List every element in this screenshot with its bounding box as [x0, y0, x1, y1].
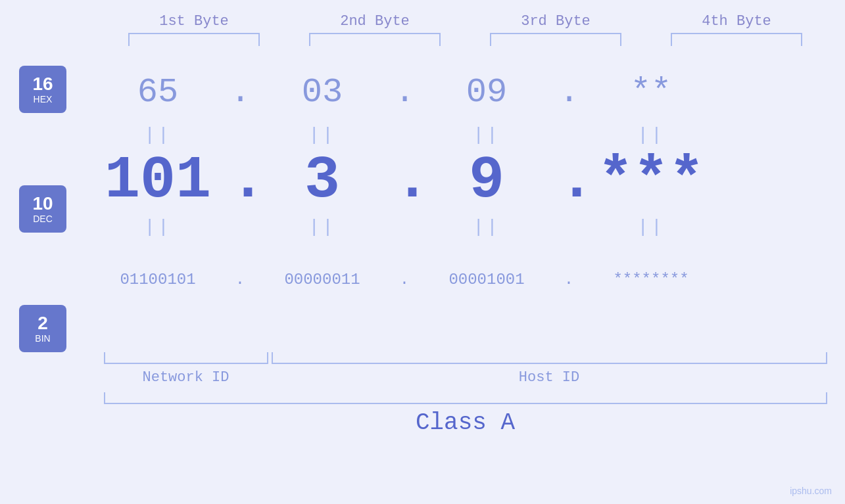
equals-5: || — [85, 217, 230, 237]
byte-headers: 1st Byte 2nd Byte 3rd Byte 4th Byte — [104, 13, 827, 30]
dec-byte3: 9 — [414, 151, 559, 210]
hex-badge: 16 HEX — [19, 66, 66, 113]
dec-byte2: 3 — [250, 151, 395, 210]
class-bracket — [104, 392, 827, 404]
equals-row-2: || || || || — [85, 214, 845, 240]
equals-1: || — [85, 125, 230, 145]
bin-dot2: . — [395, 271, 414, 288]
hex-badge-number: 16 — [32, 75, 53, 93]
dec-badge-number: 10 — [32, 195, 53, 213]
host-id-label: Host ID — [272, 369, 827, 386]
network-id-label: Network ID — [104, 369, 268, 386]
hex-dot1: . — [230, 73, 250, 112]
byte2-header: 2nd Byte — [302, 13, 447, 30]
equals-8: || — [579, 217, 723, 237]
hex-byte4: ** — [579, 73, 723, 112]
badge-column: 16 HEX 10 DEC 2 BIN — [0, 53, 85, 352]
dec-badge: 10 DEC — [19, 185, 66, 233]
top-brackets — [104, 33, 827, 46]
bin-badge: 2 BIN — [19, 305, 66, 352]
byte1-header: 1st Byte — [122, 13, 266, 30]
bottom-section: Network ID Host ID — [104, 352, 827, 386]
dec-byte4: *** — [579, 151, 723, 210]
equals-4: || — [579, 125, 723, 145]
hex-badge-label: HEX — [34, 95, 53, 104]
equals-6: || — [250, 217, 395, 237]
class-label: Class A — [104, 409, 827, 436]
dec-byte1: 101 — [85, 151, 230, 210]
id-labels: Network ID Host ID — [104, 369, 827, 386]
byte4-header: 4th Byte — [664, 13, 809, 30]
dec-row: 101 . 3 . 9 . *** — [85, 148, 845, 214]
hex-byte1: 65 — [85, 73, 230, 112]
bin-badge-number: 2 — [37, 314, 48, 332]
hex-byte2: 03 — [250, 73, 395, 112]
equals-3: || — [414, 125, 559, 145]
dec-dot3: . — [559, 147, 579, 214]
main-container: 1st Byte 2nd Byte 3rd Byte 4th Byte 16 H… — [0, 0, 845, 504]
host-bracket — [272, 352, 827, 364]
bracket-4 — [671, 33, 802, 46]
equals-row-1: || || || || — [85, 122, 845, 148]
hex-dot3: . — [559, 73, 579, 112]
bin-byte4: ******** — [579, 271, 723, 288]
watermark: ipshu.com — [790, 486, 832, 496]
hex-row: 65 . 03 . 09 . ** — [85, 62, 845, 122]
bin-dot1: . — [230, 271, 250, 288]
hex-dot2: . — [395, 73, 414, 112]
bracket-2 — [309, 33, 441, 46]
dec-dot1: . — [230, 147, 250, 214]
byte3-header: 3rd Byte — [483, 13, 628, 30]
bin-row: 01100101 . 00000011 . 00001001 . *******… — [85, 253, 845, 306]
values-area: 65 . 03 . 09 . ** || || || || 101 — [85, 53, 845, 306]
dec-dot2: . — [395, 147, 414, 214]
equals-2: || — [250, 125, 395, 145]
id-brackets — [104, 352, 827, 364]
bracket-3 — [490, 33, 621, 46]
class-bracket-row — [104, 392, 827, 404]
dec-badge-label: DEC — [33, 214, 53, 223]
network-bracket — [104, 352, 268, 364]
bin-byte3: 00001001 — [414, 271, 559, 288]
bracket-1 — [128, 33, 260, 46]
bin-byte1: 01100101 — [85, 271, 230, 288]
bin-byte2: 00000011 — [250, 271, 395, 288]
bin-dot3: . — [559, 271, 579, 288]
hex-byte3: 09 — [414, 73, 559, 112]
equals-7: || — [414, 217, 559, 237]
bin-badge-label: BIN — [35, 334, 50, 343]
main-content: 16 HEX 10 DEC 2 BIN 65 . 03 . 09 . ** — [0, 53, 845, 352]
